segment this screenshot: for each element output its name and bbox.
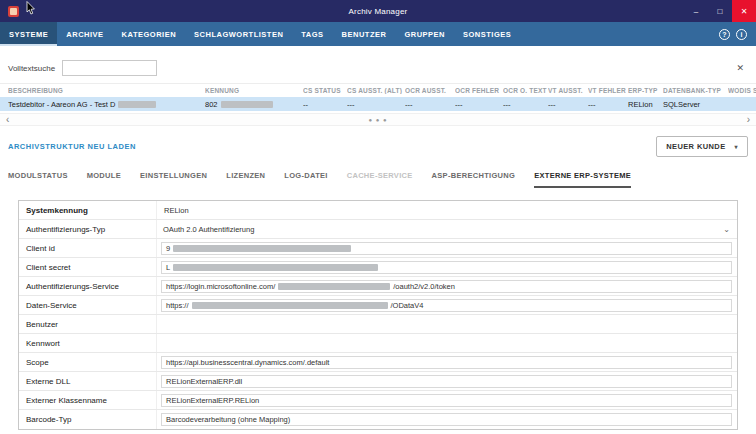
form-label-daten-service: Daten-Service	[19, 296, 157, 314]
redacted-text	[278, 283, 390, 290]
fulltext-search-input[interactable]	[62, 60, 157, 76]
column-header-kennung[interactable]: KENNUNG	[205, 87, 303, 94]
menubar-right: ? i	[719, 22, 756, 46]
column-header-ocr-o-text[interactable]: OCR O. TEXT	[503, 87, 548, 94]
fulltext-search-row: Volltextsuche ✕	[8, 59, 748, 77]
menu-item-benutzer[interactable]: BENUTZER	[333, 22, 396, 46]
authentifizierungs-typ-select[interactable]: OAuth 2.0 Authentifizierung⌄	[161, 223, 732, 236]
form-row-client-id: Client id9	[19, 239, 737, 258]
tab-module[interactable]: MODULE	[87, 171, 121, 188]
redacted-text	[221, 101, 273, 108]
tab-einstellungen[interactable]: EINSTELLUNGEN	[140, 171, 207, 188]
chevron-down-icon: ⌄	[723, 225, 730, 234]
scroll-left-icon[interactable]: ‹	[0, 115, 15, 125]
help-icon[interactable]: ?	[719, 29, 730, 40]
column-header-vt-fehler[interactable]: VT FEHLER	[588, 87, 628, 94]
form-row-client-secret: Client secretL	[19, 258, 737, 277]
redacted-text	[192, 302, 388, 309]
form-panel: SystemkennungRELionAuthentifizierungs-Ty…	[18, 200, 738, 430]
scroll-right-icon[interactable]: ›	[741, 115, 756, 125]
maximize-button[interactable]: □	[708, 0, 732, 22]
form-label-kennwort: Kennwort	[19, 334, 157, 352]
column-header-ocr-ausst[interactable]: OCR AUSST.	[405, 87, 455, 94]
cell-datenbank-typ: SQLServer	[663, 100, 728, 109]
column-header-erp-typ[interactable]: ERP-TYP	[628, 87, 663, 94]
minimize-button[interactable]: –	[684, 0, 708, 22]
column-header-datenbank-typ[interactable]: DATENBANK-TYP	[663, 87, 728, 94]
close-button[interactable]: ✕	[732, 0, 756, 22]
menu-item-kategorien[interactable]: KATEGORIEN	[113, 22, 185, 46]
caret-down-icon: ▾	[735, 143, 738, 150]
form-value-externer-klassenname: RELionExternalERP.RELion	[157, 391, 737, 409]
tab-externe-erp-systeme[interactable]: EXTERNE ERP-SYSTEME	[534, 171, 631, 188]
scrollbar-dots-icon: ● ● ●	[368, 117, 387, 123]
form-label-authentifizierungs-typ: Authentifizierungs-Typ	[19, 220, 157, 238]
app-window: Archiv Manager – □ ✕ SYSTEMEARCHIVEKATEG…	[0, 0, 756, 430]
reload-archive-structure-link[interactable]: ARCHIVSTRUKTUR NEU LADEN	[8, 142, 136, 151]
horizontal-scrollbar[interactable]: ‹ ● ● ● ›	[0, 113, 756, 126]
column-header-cs-ausst-alt[interactable]: CS AUSST. (ALT)	[347, 87, 405, 94]
form-row-kennwort: Kennwort	[19, 334, 737, 353]
info-icon[interactable]: i	[736, 29, 747, 40]
form-row-systemkennung: SystemkennungRELion	[19, 201, 737, 220]
column-header-cs-status[interactable]: CS STATUS	[303, 87, 347, 94]
form-label-externe-dll: Externe DLL	[19, 372, 157, 390]
column-header-beschreibung[interactable]: BESCHREIBUNG	[8, 87, 205, 94]
menu-item-archive[interactable]: ARCHIVE	[57, 22, 112, 46]
cell-ocr-o-text: ---	[503, 100, 548, 109]
form-label-client-secret: Client secret	[19, 258, 157, 276]
form-value-benutzer	[157, 315, 737, 333]
form-label-benutzer: Benutzer	[19, 315, 157, 333]
client-id-input[interactable]: 9	[161, 242, 732, 255]
column-header-vt-ausst[interactable]: VT AUSST.	[548, 87, 588, 94]
window-controls: – □ ✕	[684, 0, 756, 22]
new-customer-button[interactable]: NEUER KUNDE ▾	[656, 136, 748, 157]
cell-vt-fehler: ---	[588, 100, 628, 109]
cell-beschreibung: Testdebitor - Aareon AG - Test D	[8, 100, 205, 109]
form-row-authentifizierungs-service: Authentifizierungs-Servicehttps://login.…	[19, 277, 737, 296]
tab-asp-berechtigung[interactable]: ASP-BERECHTIGUNG	[432, 171, 516, 188]
tab-log-datei[interactable]: LOG-DATEI	[284, 171, 327, 188]
tab-lizenzen[interactable]: LIZENZEN	[226, 171, 265, 188]
form-value-authentifizierungs-service: https://login.microsoftonline.com//oauth…	[157, 277, 737, 295]
tab-cache-service[interactable]: CACHE-SERVICE	[347, 171, 413, 188]
form-value-client-id: 9	[157, 239, 737, 257]
scope-input[interactable]: https://api.businesscentral.dynamics.com…	[161, 356, 732, 369]
menu-item-sonstiges[interactable]: SONSTIGES	[454, 22, 520, 46]
cell-vt-ausst: ---	[548, 100, 588, 109]
daten-service-input[interactable]: https:///ODataV4	[161, 299, 732, 312]
table-row[interactable]: Testdebitor - Aareon AG - Test D802-----…	[0, 97, 756, 111]
externer-klassenname-input[interactable]: RELionExternalERP.RELion	[161, 394, 732, 407]
form-row-externe-dll: Externe DLLRELionExternalERP.dll	[19, 372, 737, 391]
menu-item-tags[interactable]: TAGS	[292, 22, 332, 46]
form-label-systemkennung: Systemkennung	[19, 201, 157, 219]
cell-kennung: 802	[205, 100, 303, 109]
column-header-wodis-s[interactable]: WODIS S...	[728, 87, 756, 94]
menu-item-gruppen[interactable]: GRUPPEN	[395, 22, 454, 46]
cell-ocr-fehler: ---	[455, 100, 503, 109]
menubar: SYSTEMEARCHIVEKATEGORIENSCHLAGWORTLISTEN…	[0, 22, 756, 46]
authentifizierungs-service-input[interactable]: https://login.microsoftonline.com//oauth…	[161, 280, 732, 293]
menubar-items: SYSTEMEARCHIVEKATEGORIENSCHLAGWORTLISTEN…	[0, 22, 520, 46]
externe-dll-input[interactable]: RELionExternalERP.dll	[161, 375, 732, 388]
form-row-authentifizierungs-typ: Authentifizierungs-TypOAuth 2.0 Authenti…	[19, 220, 737, 239]
close-panel-icon[interactable]: ✕	[732, 63, 748, 73]
column-header-ocr-fehler[interactable]: OCR FEHLER	[455, 87, 503, 94]
form-label-authentifizierungs-service: Authentifizierungs-Service	[19, 277, 157, 295]
client-secret-input[interactable]: L	[161, 261, 732, 274]
barcode-typ-input[interactable]: Barcodeverarbeitung (ohne Mapping)	[161, 413, 732, 426]
mouse-cursor	[26, 1, 36, 15]
tab-modulstatus[interactable]: MODULSTATUS	[8, 171, 68, 188]
menu-item-systeme[interactable]: SYSTEME	[0, 22, 57, 46]
form-label-scope: Scope	[19, 353, 157, 371]
form-row-barcode-typ: Barcode-TypBarcodeverarbeitung (ohne Map…	[19, 410, 737, 429]
form-label-client-id: Client id	[19, 239, 157, 257]
menu-item-schlagwortlisten[interactable]: SCHLAGWORTLISTEN	[185, 22, 292, 46]
redacted-text	[118, 101, 156, 108]
form-value-barcode-typ: Barcodeverarbeitung (ohne Mapping)	[157, 410, 737, 429]
fulltext-search-label: Volltextsuche	[8, 64, 55, 73]
form-value-scope: https://api.businesscentral.dynamics.com…	[157, 353, 737, 371]
form-value-client-secret: L	[157, 258, 737, 276]
form-label-externer-klassenname: Externer Klassenname	[19, 391, 157, 409]
cell-ocr-ausst: ---	[405, 100, 455, 109]
